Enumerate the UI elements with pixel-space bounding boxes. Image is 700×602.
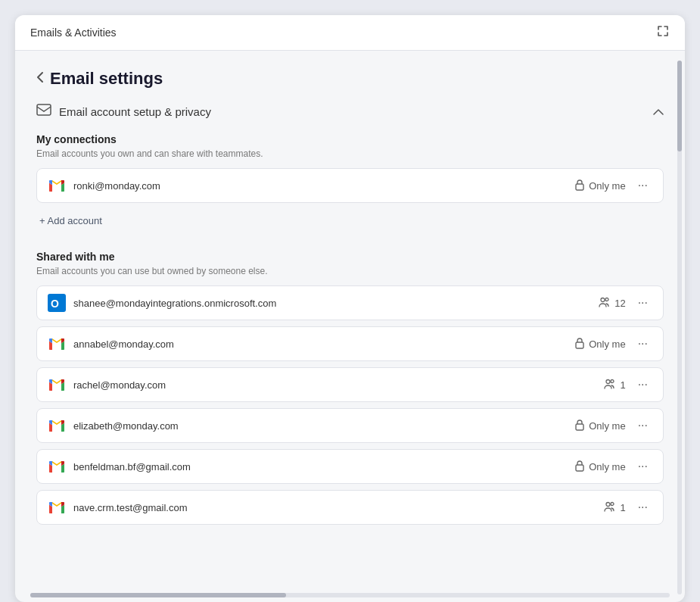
privacy-label: Only me — [589, 420, 625, 432]
more-button[interactable]: ··· — [633, 499, 652, 516]
gmail-icon — [48, 176, 66, 195]
more-button[interactable]: ··· — [633, 417, 652, 434]
expand-icon[interactable] — [656, 24, 670, 41]
svg-rect-6 — [576, 342, 583, 348]
gmail-icon — [48, 498, 66, 516]
account-row: elizabeth@monday.com Only me ··· — [36, 408, 664, 443]
account-row: rachel@monday.com 1 ··· — [36, 367, 664, 402]
account-email: annabel@monday.com — [73, 338, 574, 350]
bottom-scrollbar — [30, 593, 670, 597]
svg-point-4 — [601, 298, 605, 301]
account-privacy: Only me — [574, 337, 625, 351]
section-header: Email account setup & privacy — [36, 104, 664, 120]
account-email: rachel@monday.com — [73, 379, 604, 391]
more-button[interactable]: ··· — [633, 376, 652, 393]
panel: Emails & Activities Email settings — [15, 15, 685, 602]
account-email: shanee@mondayintegrations.onmicrosoft.co… — [73, 298, 599, 309]
account-row: annabel@monday.com Only me ··· — [36, 326, 664, 361]
more-button[interactable]: ··· — [633, 335, 652, 352]
svg-point-8 — [611, 379, 614, 382]
account-privacy: Only me — [574, 460, 625, 474]
svg-point-11 — [606, 502, 610, 506]
account-row: benfeldman.bf@gmail.com Only me ··· — [36, 449, 664, 484]
my-connections-title: My connections — [36, 133, 664, 145]
shared-with-me-desc: Email accounts you can use but owned by … — [36, 266, 664, 276]
privacy-label: 1 — [620, 379, 625, 391]
panel-body: Email settings Email account setup & pri… — [15, 51, 685, 561]
privacy-label: Only me — [589, 180, 625, 192]
gmail-icon — [48, 457, 66, 476]
account-email: ronki@monday.com — [73, 180, 574, 192]
privacy-label: 1 — [620, 502, 625, 513]
privacy-label: 12 — [614, 298, 625, 309]
lock-icon — [574, 179, 585, 193]
panel-header: Emails & Activities — [15, 15, 685, 51]
people-icon — [599, 297, 611, 310]
lock-icon — [574, 419, 585, 433]
gmail-icon — [48, 335, 66, 353]
lock-icon — [574, 337, 585, 351]
shared-with-me-section: Shared with me Email accounts you can us… — [36, 251, 664, 525]
envelope-icon — [36, 104, 51, 120]
gmail-icon — [48, 416, 66, 435]
scrollbar-track — [677, 61, 682, 594]
page-title: Email settings — [50, 69, 163, 89]
lock-icon — [574, 460, 585, 474]
account-privacy: 1 — [604, 379, 625, 391]
account-row: ronki@monday.com Only me ··· — [36, 168, 664, 203]
account-privacy: 12 — [599, 297, 625, 310]
account-row: O shanee@mondayintegrations.onmicrosoft.… — [36, 285, 664, 320]
account-email: nave.crm.test@gmail.com — [73, 502, 604, 513]
privacy-label: Only me — [589, 461, 625, 473]
svg-rect-10 — [576, 465, 583, 471]
account-email: benfeldman.bf@gmail.com — [73, 461, 574, 473]
account-privacy: Only me — [574, 419, 625, 433]
people-icon — [604, 501, 616, 514]
svg-text:O: O — [51, 298, 59, 310]
section-title: Email account setup & privacy — [59, 105, 646, 118]
svg-rect-9 — [576, 424, 583, 430]
gmail-icon — [48, 376, 66, 394]
my-connections-section: My connections Email accounts you own an… — [36, 133, 664, 232]
back-button[interactable] — [36, 71, 44, 86]
svg-point-12 — [611, 502, 614, 505]
account-row: nave.crm.test@gmail.com 1 ··· — [36, 490, 664, 525]
svg-rect-1 — [576, 184, 583, 190]
add-account-label: + Add account — [39, 215, 102, 226]
my-connections-desc: Email accounts you own and can share wit… — [36, 148, 664, 159]
scrollbar-thumb[interactable] — [677, 61, 682, 151]
more-button[interactable]: ··· — [633, 295, 652, 311]
back-row: Email settings — [36, 69, 664, 89]
more-button[interactable]: ··· — [633, 177, 652, 194]
people-icon — [604, 379, 616, 391]
collapse-icon[interactable] — [653, 106, 664, 118]
account-privacy: 1 — [604, 501, 625, 514]
outlook-icon: O — [48, 294, 66, 312]
svg-point-5 — [605, 298, 608, 301]
svg-rect-0 — [37, 104, 51, 115]
account-privacy: Only me — [574, 179, 625, 193]
panel-title: Emails & Activities — [30, 27, 117, 39]
account-email: elizabeth@monday.com — [73, 420, 574, 432]
bottom-scrollbar-thumb[interactable] — [30, 593, 286, 597]
add-account-button[interactable]: + Add account — [36, 209, 664, 232]
shared-with-me-title: Shared with me — [36, 251, 664, 263]
svg-point-7 — [606, 379, 610, 383]
privacy-label: Only me — [589, 338, 625, 350]
more-button[interactable]: ··· — [633, 458, 652, 475]
